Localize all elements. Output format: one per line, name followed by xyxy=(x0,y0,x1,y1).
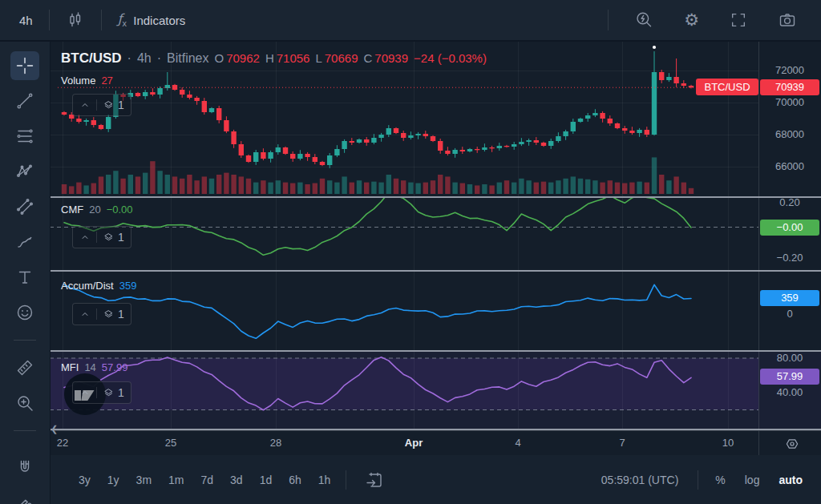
brush-tool-button[interactable] xyxy=(10,228,39,256)
last-price-badge: 70939 xyxy=(760,79,819,95)
accum-dist-legend: Accum/Dist 359 xyxy=(61,280,136,292)
accum-dist-pane[interactable] xyxy=(50,272,821,350)
chart-style-button[interactable] xyxy=(61,7,90,33)
fib-retracement-icon xyxy=(15,126,34,147)
controls-divider xyxy=(96,387,97,398)
range-1h-button[interactable]: 1h xyxy=(317,472,333,488)
volume-value: 27 xyxy=(101,75,112,87)
fib-retracement-tool-button[interactable] xyxy=(10,122,39,151)
fullscreen-button[interactable] xyxy=(725,8,752,32)
price-line-symbol-tag[interactable]: BTC/USD xyxy=(696,79,758,95)
range-1m-button[interactable]: 1m xyxy=(167,472,185,488)
log-scale-button[interactable]: log xyxy=(742,472,762,488)
chevron-up-icon xyxy=(79,308,91,320)
bottom-toolbar: 3y1y3m1m7d3d1d6h1h 05:59:01 (UTC) % log … xyxy=(50,455,821,504)
top-toolbar: 4h ƒx Indicators xyxy=(0,0,821,42)
timezone-clock-button[interactable]: 05:59:01 (UTC) xyxy=(597,473,683,487)
range-1d-button[interactable]: 1d xyxy=(258,472,274,488)
range-7d-button[interactable]: 7d xyxy=(200,472,216,488)
go-to-date-icon xyxy=(365,470,384,490)
tradingview-app: 4h ƒx Indicators xyxy=(0,0,821,504)
collapse-pane-button[interactable] xyxy=(79,99,91,111)
pane-objects-button[interactable]: 1 xyxy=(103,231,124,244)
flash-search-icon xyxy=(634,10,653,30)
indicators-button[interactable]: ƒx Indicators xyxy=(113,8,191,31)
layers-icon xyxy=(103,308,115,321)
symbol-name[interactable]: BTC/USD xyxy=(61,50,122,67)
pane-objects-button[interactable]: 1 xyxy=(103,386,124,399)
pane-separator[interactable] xyxy=(50,270,821,272)
pane-separator[interactable] xyxy=(50,196,821,198)
crosshair-icon xyxy=(15,55,34,76)
interval-button[interactable]: 4h xyxy=(14,10,38,30)
time-axis-label: 4 xyxy=(515,437,520,449)
settings-button[interactable]: ⚙ xyxy=(679,9,704,32)
accum-dist-value: 359 xyxy=(119,280,137,292)
pane-objects-button[interactable]: 1 xyxy=(103,99,124,111)
chevron-up-icon xyxy=(79,232,91,243)
objects-count: 1 xyxy=(118,231,124,244)
emoji-tool-button[interactable] xyxy=(10,298,39,327)
gear-icon: ⚙ xyxy=(684,12,699,29)
auto-scale-button[interactable]: auto xyxy=(776,472,805,488)
accum-dist-pane-canvas[interactable] xyxy=(50,272,821,350)
chart-area[interactable]: BTC/USD · 4h · Bitfinex O 70962 H 71056 … xyxy=(50,42,821,430)
mfi-title[interactable]: MFI xyxy=(61,361,79,373)
mfi-pane-canvas[interactable] xyxy=(50,352,821,429)
xabcd-pattern-tool-button[interactable] xyxy=(10,157,39,186)
toolbar-divider xyxy=(14,430,36,431)
range-6h-button[interactable]: 6h xyxy=(287,472,303,488)
time-axis-divider xyxy=(758,431,759,456)
pane-objects-button[interactable]: 1 xyxy=(103,308,124,321)
price-axis-border[interactable] xyxy=(758,42,759,430)
layers-icon xyxy=(103,99,115,111)
objects-count: 1 xyxy=(118,308,124,321)
cmf-title[interactable]: CMF xyxy=(61,204,83,216)
time-axis-label: 10 xyxy=(722,437,734,449)
cmf-value: −0.00 xyxy=(107,204,133,216)
cmf-pane-canvas[interactable] xyxy=(50,198,821,270)
legend-interval[interactable]: 4h xyxy=(137,51,152,66)
collapse-pane-button[interactable] xyxy=(79,308,91,320)
mfi-pane[interactable] xyxy=(50,352,821,429)
controls-divider xyxy=(96,99,97,111)
date-range-list: 3y1y3m1m7d3d1d6h1h xyxy=(50,470,389,490)
go-to-date-button[interactable] xyxy=(360,470,389,490)
axis-tick-label: 68000 xyxy=(760,128,819,141)
range-3m-button[interactable]: 3m xyxy=(135,472,153,488)
legend-separator: · xyxy=(127,51,131,66)
range-1y-button[interactable]: 1y xyxy=(106,472,121,488)
range-3d-button[interactable]: 3d xyxy=(229,472,245,488)
collapse-pane-button[interactable] xyxy=(79,387,91,398)
toolbar-divider xyxy=(698,470,698,490)
quick-search-button[interactable] xyxy=(629,7,658,33)
accum-dist-title[interactable]: Accum/Dist xyxy=(61,280,114,292)
crosshair-tool-button[interactable] xyxy=(10,51,39,80)
range-3y-button[interactable]: 3y xyxy=(77,472,92,488)
lock-drawings-tool-button[interactable] xyxy=(10,489,39,504)
snapshot-button[interactable] xyxy=(773,7,802,33)
magnet-tool-button[interactable] xyxy=(10,454,39,482)
volume-legend: Volume 27 xyxy=(61,75,113,87)
low-label: L xyxy=(315,51,322,65)
collapse-toolbar-arrow-icon[interactable]: ❮ xyxy=(46,423,63,435)
collapse-pane-button[interactable] xyxy=(79,232,91,243)
time-axis-settings-button[interactable] xyxy=(776,433,808,454)
time-axis[interactable]: 222528Apr4710 xyxy=(50,430,821,456)
zoom-in-tool-button[interactable] xyxy=(10,389,39,417)
layers-icon xyxy=(103,232,115,244)
measure-tool-button[interactable] xyxy=(10,353,39,382)
brush-icon xyxy=(15,232,34,252)
volume-label[interactable]: Volume xyxy=(61,75,95,87)
pane-separator[interactable] xyxy=(50,350,821,352)
cmf-pane[interactable] xyxy=(50,198,821,270)
hexagon-settings-icon xyxy=(783,435,801,453)
trend-line-tool-button[interactable] xyxy=(10,87,39,115)
text-tool-button[interactable] xyxy=(10,263,39,292)
low-value: 70669 xyxy=(325,51,358,65)
percent-scale-button[interactable]: % xyxy=(713,472,727,488)
axis-tick-label: 0 xyxy=(760,308,819,321)
legend-exchange[interactable]: Bitfinex xyxy=(167,51,208,66)
interval-label: 4h xyxy=(19,14,33,27)
parallel-channel-tool-button[interactable] xyxy=(10,192,39,221)
